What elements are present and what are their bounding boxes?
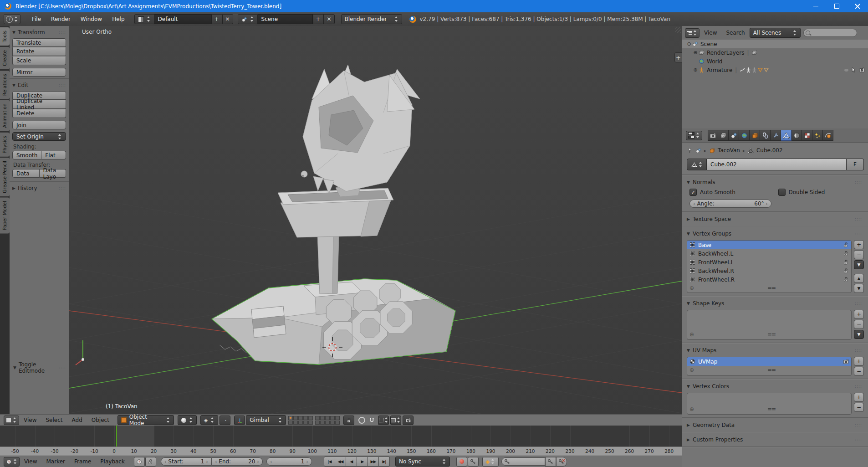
expand-icon[interactable]: ⊕ [692,67,699,73]
tab-relations[interactable]: Relations [0,71,10,99]
tab-render[interactable] [708,130,718,141]
layer-cell[interactable] [320,416,325,420]
viewport-shading-dropdown[interactable] [178,415,197,425]
shade-flat-button[interactable]: Flat [41,151,66,159]
tab-material[interactable] [791,130,802,141]
unlock-icon[interactable] [843,268,849,274]
shape-key-specials-button[interactable]: ▼ [854,330,864,339]
expand-icon[interactable]: ⊕ [692,50,699,56]
menu-file[interactable]: File [27,16,46,22]
duplicate-linked-button[interactable]: Duplicate Linked [12,100,66,109]
layer-cell[interactable] [288,416,293,420]
tab-tools[interactable]: Tools [0,27,10,46]
selectability-cursor-icon[interactable] [851,67,857,73]
outliner-menu-search[interactable]: Search [721,30,749,36]
tab-grease-pencil[interactable]: Grease Pencil [0,158,10,196]
tab-constraints[interactable] [760,130,771,141]
vertex-group-row[interactable]: FrontWheel.L [687,258,851,267]
editor-type-selector[interactable]: i [4,14,20,24]
active-keying-set-field[interactable] [501,457,545,466]
vp-menu-add[interactable]: Add [67,417,87,423]
tab-create[interactable]: Create [0,47,10,69]
rotate-button[interactable]: Rotate [12,47,66,56]
transform-orientation-dropdown[interactable]: Gimbal [246,415,286,425]
section-header-custom-properties[interactable]: ▶ Custom Properties :::: [687,435,864,444]
delete-button[interactable]: Delete [12,109,66,118]
stepper-left-icon[interactable]: ‹ [164,459,166,465]
tab-object[interactable] [750,130,760,141]
outliner-row-world[interactable]: World [682,57,868,66]
section-header-vertex-groups[interactable]: ▼ Vertex Groups :::: [687,229,864,238]
layer-cell[interactable] [320,421,325,425]
renderability-camera-icon[interactable] [859,67,865,73]
filter-expand-icon[interactable]: ⊕ [689,331,694,338]
section-header-vertex-colors[interactable]: ▼ Vertex Colors :::: [687,381,864,391]
tab-render-layers[interactable] [718,130,729,141]
tab-physics[interactable] [823,130,833,141]
next-keyframe-button[interactable]: ▶▶ [368,457,379,467]
vertex-group-move-down-button[interactable]: ▼ [854,284,864,293]
render-engine-dropdown[interactable]: Blender Render [341,14,402,24]
layer-cell[interactable] [308,416,313,420]
vertex-group-remove-button[interactable]: − [854,250,864,259]
vertex-group-move-up-button[interactable]: ▲ [854,274,864,283]
viewport-editor-type-button[interactable] [4,416,19,425]
frame-start-field[interactable]: ‹ Start: 1 › [161,457,212,466]
jump-to-end-button[interactable]: ▶| [379,457,390,467]
layer-cell[interactable] [325,421,330,425]
vertex-group-row[interactable]: Base [687,241,851,249]
tab-object-data[interactable] [781,130,791,141]
layout-delete-button[interactable]: ✕ [222,14,233,24]
unlock-icon[interactable] [843,259,849,265]
layer-cell[interactable] [308,421,313,425]
panel-header-toggle-editmode[interactable]: ▼ Toggle Editmode :::: [13,363,66,372]
render-border-button[interactable] [390,416,401,425]
tl-menu-marker[interactable]: Marker [41,458,69,465]
layer-cell[interactable] [303,416,308,420]
screen-layout-icon-button[interactable] [134,14,154,24]
stepper-right-icon[interactable]: › [257,459,259,465]
properties-editor-type-button[interactable] [686,131,702,140]
section-header-texture-space[interactable]: ▶ Texture Space :::: [687,214,864,224]
section-header-uv-maps[interactable]: ▼ UV Maps :::: [687,345,864,355]
tl-menu-frame[interactable]: Frame [70,458,96,465]
stepper-right-icon[interactable]: › [766,201,768,207]
stepper-left-icon[interactable]: ‹ [215,459,217,465]
checkbox-checked-icon[interactable]: ✓ [689,189,697,196]
layer-cell[interactable] [315,421,320,425]
tab-world[interactable] [739,130,750,141]
minimize-button[interactable] [805,0,826,12]
lock-time-button[interactable] [145,457,156,467]
shape-key-add-button[interactable]: + [854,310,864,319]
shape-key-remove-button[interactable]: − [854,320,864,329]
frame-end-field[interactable]: ‹ End: 20 › [212,457,263,466]
layer-cell[interactable] [330,421,335,425]
scale-button[interactable]: Scale [12,56,66,65]
vp-menu-view[interactable]: View [19,417,41,423]
use-preview-range-button[interactable] [134,457,145,467]
scene-delete-button[interactable]: ✕ [324,14,335,24]
filter-expand-icon[interactable]: ⊕ [689,406,694,412]
insert-keyframe-button[interactable] [545,457,556,467]
tl-menu-playback[interactable]: Playback [96,458,129,465]
vertex-group-add-button[interactable]: + [854,240,864,249]
close-button[interactable] [847,0,868,12]
fake-user-button[interactable]: F [847,159,864,170]
screen-layout-field[interactable]: Default [154,14,211,24]
mesh-name-input[interactable]: Cube.002 [707,159,847,170]
scene-icon-button[interactable] [238,14,258,24]
list-resize-grip[interactable]: == [767,331,776,338]
tab-modifiers[interactable] [771,130,781,141]
breadcrumb-mesh[interactable]: Cube.002 [756,147,783,154]
pin-icon[interactable] [687,148,693,154]
outliner-display-dropdown[interactable]: All Scenes [750,28,801,38]
join-button[interactable]: Join [12,121,66,129]
mode-dropdown[interactable]: Object Mode [117,415,174,425]
jump-to-start-button[interactable]: |◀ [324,457,335,467]
datablock-browse-button[interactable] [687,159,707,170]
uv-map-remove-button[interactable]: − [854,367,864,376]
layer-cell[interactable] [293,416,298,420]
scene-name-field[interactable]: Scene [258,14,313,24]
list-resize-grip[interactable]: == [767,285,776,291]
maximize-button[interactable] [826,0,847,12]
